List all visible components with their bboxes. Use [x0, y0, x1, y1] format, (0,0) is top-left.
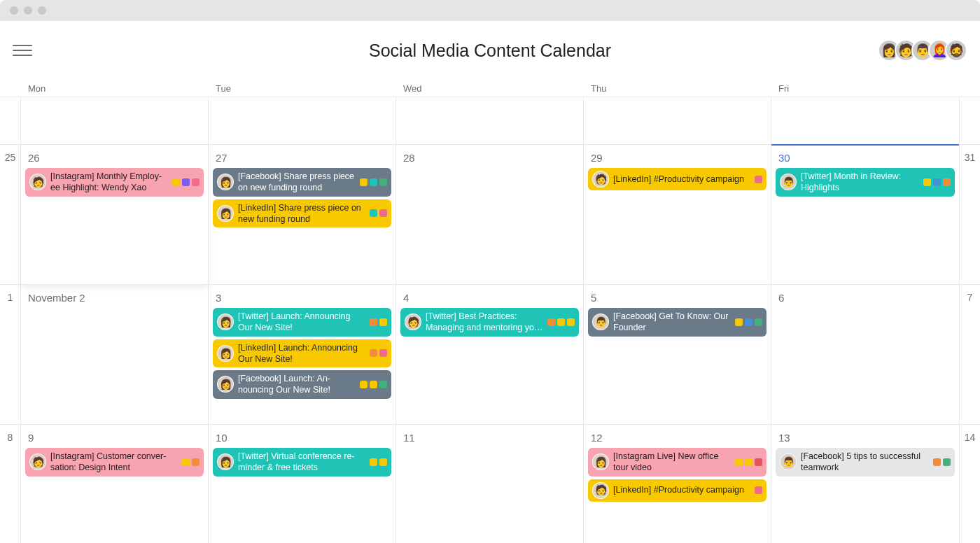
weekday-header: Mon Tue Wed Thu Fri — [0, 80, 980, 97]
task-card[interactable]: 👩[Twitter] Launch: Announcing Our New Si… — [213, 308, 391, 337]
tag-icon — [755, 318, 762, 326]
task-card[interactable]: 👩[Instagram Live] New office tour video — [588, 448, 766, 477]
day-number: 6 — [776, 289, 955, 308]
day-cell[interactable]: 30👨[Twitter] Month in Review: Highlights — [771, 145, 959, 285]
tag-icon — [360, 381, 368, 388]
day-number: November 2 — [25, 289, 204, 308]
task-tags — [755, 486, 762, 494]
tag-icon — [735, 458, 743, 466]
task-tags — [360, 381, 387, 388]
tag-icon — [943, 178, 951, 186]
task-card[interactable]: 🧑[LinkedIn] #Productivity campaign — [588, 168, 766, 190]
task-title: [Twitter] Virtual conference re-minder &… — [238, 451, 365, 474]
assignee-avatar: 🧑 — [405, 313, 421, 330]
assignee-avatar: 👩 — [217, 345, 234, 362]
tag-icon — [360, 178, 368, 186]
tag-icon — [379, 318, 387, 326]
assignee-avatar: 👩 — [217, 205, 234, 222]
task-title: [Facebook] Share press piece on new fund… — [238, 171, 356, 194]
assignee-avatar: 🧑 — [592, 482, 609, 499]
task-card[interactable]: 👨[Twitter] Month in Review: Highlights — [776, 168, 955, 197]
tag-icon — [933, 458, 941, 466]
tag-icon — [182, 178, 190, 186]
task-title: [Instagram Live] New office tour video — [613, 451, 731, 474]
day-cell[interactable]: 13👨[Facebook] 5 tips to successful teamw… — [771, 425, 959, 543]
day-cell[interactable]: 9🧑[Instagram] Customer conver-sation: De… — [21, 425, 209, 543]
day-cell[interactable]: 12👩[Instagram Live] New office tour vide… — [584, 425, 771, 543]
weekday-mon: Mon — [21, 83, 209, 94]
day-cell[interactable]: 3👩[Twitter] Launch: Announcing Our New S… — [209, 285, 396, 425]
avatar[interactable]: 🧔 — [945, 39, 967, 62]
day-cell[interactable] — [21, 97, 209, 145]
task-card[interactable]: 🧑[LinkedIn] #Productivity campaign — [588, 479, 766, 502]
day-cell[interactable] — [584, 97, 771, 145]
week-row: 2526🧑[Instagram] Monthly Employ-ee Highl… — [0, 145, 980, 285]
day-cell[interactable] — [209, 97, 396, 145]
assignee-avatar: 👩 — [217, 174, 234, 190]
task-tags — [360, 178, 387, 186]
edge-day-left: 1 — [0, 285, 21, 425]
day-cell[interactable]: 4🧑[Twitter] Best Practices: Managing and… — [396, 285, 584, 425]
edge-day-right: 7 — [959, 285, 980, 425]
day-cell[interactable] — [396, 97, 584, 145]
tag-icon — [755, 486, 762, 494]
tag-icon — [755, 176, 762, 183]
today-indicator — [771, 144, 959, 146]
edge-day-right — [959, 97, 980, 145]
day-cell[interactable]: November 2 — [21, 285, 209, 425]
task-title: [Instagram] Monthly Employ-ee Highlight:… — [50, 171, 168, 194]
task-card[interactable]: 👩[Twitter] Virtual conference re-minder … — [213, 448, 391, 477]
task-tags — [547, 318, 575, 326]
day-cell[interactable]: 29🧑[LinkedIn] #Productivity campaign — [584, 145, 771, 285]
tag-icon — [379, 458, 387, 466]
assignee-avatar: 👨 — [780, 453, 797, 470]
window-dot-max[interactable] — [38, 6, 46, 15]
day-number: 29 — [588, 149, 766, 168]
tag-icon — [755, 458, 762, 466]
day-number: 3 — [213, 289, 391, 308]
member-avatars[interactable]: 👩🧑👨👩‍🦰🧔 — [883, 39, 967, 62]
task-card[interactable]: 👨[Facebook] Get To Know: Our Founder — [588, 308, 766, 337]
window-dot-min[interactable] — [24, 6, 32, 15]
task-card[interactable]: 👩[Facebook] Share press piece on new fun… — [213, 168, 391, 197]
edge-day-left — [0, 97, 21, 145]
tag-icon — [745, 458, 752, 466]
day-cell[interactable]: 27👩[Facebook] Share press piece on new f… — [209, 145, 396, 285]
task-card[interactable]: 👩[Facebook] Launch: An-nouncing Our New … — [213, 370, 391, 399]
day-cell[interactable]: 28 — [396, 145, 584, 285]
day-cell[interactable] — [771, 97, 959, 145]
tag-icon — [370, 178, 377, 186]
assignee-avatar: 🧑 — [29, 174, 46, 190]
edge-day-left: 25 — [0, 145, 21, 285]
task-card[interactable]: 🧑[Instagram] Monthly Employ-ee Highlight… — [25, 168, 204, 197]
task-tags — [923, 178, 951, 186]
day-cell[interactable]: 6 — [771, 285, 959, 425]
task-tags — [735, 318, 762, 326]
task-card[interactable]: 👩[LinkedIn] Share press piece on new fun… — [213, 199, 391, 228]
day-number: 12 — [588, 429, 766, 448]
task-title: [Twitter] Launch: Announcing Our New Sit… — [238, 311, 365, 334]
task-title: [LinkedIn] #Productivity campaign — [613, 484, 750, 495]
task-tags — [735, 458, 762, 466]
task-card[interactable]: 🧑[Twitter] Best Practices: Managing and … — [400, 308, 579, 337]
calendar-grid: 2526🧑[Instagram] Monthly Employ-ee Highl… — [0, 97, 980, 543]
day-cell[interactable]: 26🧑[Instagram] Monthly Employ-ee Highlig… — [21, 145, 209, 285]
tag-icon — [182, 458, 190, 466]
day-number: 30 — [776, 149, 955, 168]
task-title: [LinkedIn] Share press piece on new fund… — [238, 202, 365, 225]
day-cell[interactable]: 11 — [396, 425, 584, 543]
tag-icon — [943, 458, 951, 466]
tag-icon — [192, 178, 200, 186]
assignee-avatar: 👩 — [217, 313, 234, 330]
task-card[interactable]: 🧑[Instagram] Customer conver-sation: Des… — [25, 448, 204, 477]
task-tags — [370, 209, 387, 217]
day-cell[interactable]: 10👩[Twitter] Virtual conference re-minde… — [209, 425, 396, 543]
task-tags — [182, 458, 200, 466]
task-card[interactable]: 👨[Facebook] 5 tips to successful teamwor… — [776, 448, 955, 477]
week-row: 1November 23👩[Twitter] Launch: Announcin… — [0, 285, 980, 425]
day-cell[interactable]: 5👨[Facebook] Get To Know: Our Founder — [584, 285, 771, 425]
menu-icon[interactable] — [13, 41, 32, 60]
assignee-avatar: 👨 — [780, 174, 797, 190]
window-dot-close[interactable] — [10, 6, 18, 15]
task-card[interactable]: 👩[LinkedIn] Launch: Announcing Our New S… — [213, 339, 391, 368]
